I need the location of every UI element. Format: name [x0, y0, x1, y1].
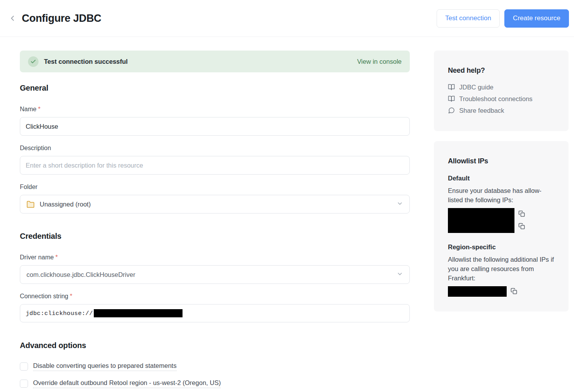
banner-message: Test connection successful: [44, 58, 128, 65]
region-specific-subheading: Region-specific: [448, 243, 555, 251]
override-region-checkbox[interactable]: [20, 380, 28, 388]
need-help-heading: Need help?: [448, 66, 555, 75]
description-label: Description: [20, 145, 410, 152]
header-actions: Test connection Create resource: [437, 9, 569, 28]
prepared-statements-checkbox[interactable]: [20, 362, 28, 371]
credentials-section-heading: Credentials: [20, 232, 410, 241]
required-asterisk: *: [55, 254, 58, 261]
redacted-default-ips: [448, 208, 514, 233]
help-link-label: Share feedback: [459, 107, 504, 114]
test-connection-button[interactable]: Test connection: [437, 9, 500, 28]
copy-ip-button[interactable]: [511, 288, 517, 296]
side-column: Need help? JDBC guide Troubleshoot conne…: [434, 37, 569, 312]
region-description: Allowlist the following additional IPs i…: [448, 255, 555, 283]
name-label: Name*: [20, 106, 410, 113]
required-asterisk: *: [70, 293, 72, 299]
advanced-section-heading: Advanced options: [20, 341, 410, 350]
copy-buttons: [518, 208, 525, 233]
chevron-left-icon: [8, 14, 17, 23]
default-subheading: Default: [448, 175, 555, 182]
override-region-option-row: Override default outbound Retool region …: [20, 379, 410, 388]
copy-buttons: [511, 286, 517, 297]
connection-string-prefix: jdbc:clickhouse://: [26, 310, 93, 317]
name-input[interactable]: [20, 117, 410, 136]
share-feedback-link[interactable]: Share feedback: [448, 105, 555, 116]
chevron-down-icon: [397, 200, 403, 208]
main-form-column: Test connection successful View in conso…: [20, 37, 410, 388]
folder-selected-value: Unassigned (root): [40, 201, 91, 208]
driver-name-label: Driver name*: [20, 254, 410, 261]
general-section-heading: General: [20, 84, 410, 93]
book-icon: [448, 84, 455, 91]
copy-icon: [511, 288, 517, 296]
driver-name-select[interactable]: com.clickhouse.jdbc.ClickHouseDriver: [20, 265, 410, 284]
help-link-label: JDBC guide: [459, 84, 493, 91]
page-header: Configure JDBC Test connection Create re…: [0, 0, 574, 37]
prepared-statements-label[interactable]: Disable converting queries to prepared s…: [33, 362, 177, 371]
driver-selected-value: com.clickhouse.jdbc.ClickHouseDriver: [26, 271, 135, 278]
copy-ip-button[interactable]: [518, 210, 525, 218]
create-resource-button[interactable]: Create resource: [504, 9, 569, 28]
folder-select[interactable]: Unassigned (root): [20, 195, 410, 214]
override-region-label[interactable]: Override default outbound Retool region …: [33, 379, 221, 388]
allowlist-heading: Allowlist IPs: [448, 157, 555, 165]
copy-icon: [518, 223, 525, 231]
description-input[interactable]: [20, 156, 410, 175]
jdbc-guide-link[interactable]: JDBC guide: [448, 81, 555, 93]
help-link-label: Troubleshoot connections: [459, 95, 532, 103]
check-circle-icon: [28, 56, 39, 67]
prepared-statements-option-row: Disable converting queries to prepared s…: [20, 362, 410, 371]
allowlist-ips-panel: Allowlist IPs Default Ensure your databa…: [434, 141, 569, 312]
connection-string-input[interactable]: jdbc:clickhouse://: [20, 304, 410, 322]
page-title: Configure JDBC: [22, 12, 101, 24]
page-content: Test connection successful View in conso…: [0, 37, 574, 388]
required-asterisk: *: [38, 106, 40, 112]
view-in-console-link[interactable]: View in console: [357, 58, 402, 65]
troubleshoot-connections-link[interactable]: Troubleshoot connections: [448, 93, 555, 105]
success-banner: Test connection successful View in conso…: [20, 51, 410, 72]
default-ip-row: [448, 208, 555, 233]
folder-icon: [26, 200, 35, 208]
connection-string-label: Connection string*: [20, 293, 410, 300]
chevron-down-icon: [397, 271, 403, 279]
folder-label: Folder: [20, 184, 410, 191]
default-description: Ensure your database has allow-listed th…: [448, 186, 555, 205]
copy-icon: [518, 210, 525, 218]
need-help-panel: Need help? JDBC guide Troubleshoot conne…: [434, 51, 569, 131]
region-ip-row: [448, 286, 555, 297]
redacted-region-ip: [448, 286, 507, 297]
help-links: JDBC guide Troubleshoot connections Shar…: [448, 81, 555, 116]
redacted-connection-value: [94, 309, 183, 317]
back-button[interactable]: [7, 13, 18, 24]
chat-bubble-icon: [448, 107, 455, 114]
book-icon: [448, 95, 455, 102]
copy-ip-button[interactable]: [518, 223, 525, 231]
